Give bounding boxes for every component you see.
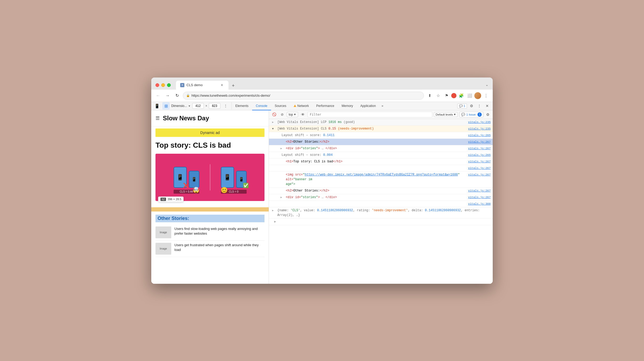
lcp-expand-arrow[interactable]: [272, 120, 274, 125]
cls-suffix: (needs-improvement): [336, 127, 374, 131]
back-button[interactable]: ←: [154, 92, 162, 99]
img-source[interactable]: vitals.js:267: [468, 172, 491, 177]
cls-log-line: [Web Vitals Extension] CLS 0.15 (needs-i…: [269, 126, 493, 132]
share-button[interactable]: ⬆: [426, 92, 433, 99]
lcp-source[interactable]: vitals.js:235: [468, 120, 491, 125]
tab-performance[interactable]: Performance: [313, 102, 338, 110]
cls-source[interactable]: vitals.js:235: [468, 126, 491, 131]
image-inner: 📱 ❌ 📱 CLS = 0.44 📱: [155, 154, 264, 201]
layout-shift-2-text: Layout shift – score:: [282, 153, 323, 157]
img-content: <img src="https://web-dev.imgix.net/imag…: [286, 172, 466, 187]
eye-button[interactable]: 👁: [300, 111, 306, 118]
other-stories-heading: Other Stories:: [155, 215, 264, 222]
tab-elements[interactable]: Elements: [232, 102, 252, 110]
layout-shift-1-source[interactable]: vitals.js:265: [468, 133, 491, 138]
layout-button[interactable]: ⬜: [466, 92, 473, 99]
more-button[interactable]: ⋮: [482, 92, 490, 99]
empty-source-line: vitals.js:267: [269, 165, 493, 172]
layout-shift-1-value: 0.1411: [323, 133, 334, 137]
img-alt-attr: alt=: [286, 178, 293, 181]
cls-expand-arrow[interactable]: [272, 127, 274, 131]
img-alt-val-2: age">: [286, 182, 295, 186]
h1-tag-close: </h1>: [333, 160, 342, 163]
div-stories-1-expand[interactable]: [281, 146, 282, 151]
filter-input[interactable]: [308, 112, 432, 117]
page-header: ☰ Slow News Day: [151, 110, 269, 126]
device-selector[interactable]: Dimensio... ▼: [171, 104, 191, 108]
record-button[interactable]: [451, 93, 456, 98]
tab-application[interactable]: Application: [357, 102, 380, 110]
check-mark-icon: ✅: [243, 183, 249, 188]
devtools-close-button[interactable]: ✕: [484, 102, 491, 109]
tab-network[interactable]: Network: [290, 102, 313, 110]
clear-console-button[interactable]: 🚫: [271, 111, 277, 118]
stop-errors-button[interactable]: ⊘: [279, 111, 285, 118]
device-options-button[interactable]: ⋮: [222, 102, 229, 110]
layout-shift-1-text: Layout shift – score:: [282, 133, 323, 137]
issues-count-button[interactable]: 💬 1 Issue: 1: [459, 112, 484, 117]
flag-button[interactable]: ⚑: [443, 92, 450, 99]
x-mark-icon: ❌: [183, 183, 189, 188]
tab-close-button[interactable]: ✕: [220, 83, 224, 87]
vitals-308-source[interactable]: vitals.js:308: [468, 202, 491, 206]
lcp-prefix: [Web Vitals Extension] LCP: [277, 120, 328, 124]
console-output[interactable]: [Web Vitals Extension] LCP 1816 ms (good…: [269, 119, 493, 284]
div-stories-2-expand[interactable]: [281, 195, 282, 200]
h2-2-text: Other Stories:: [293, 189, 320, 193]
story-image: 📱 ❌ 📱 CLS = 0.44 📱: [155, 154, 264, 201]
h2-other-stories-line: <h2>Other Stories:</h2> vitals.js:267: [269, 139, 493, 145]
close-button[interactable]: [155, 83, 159, 87]
responsive-mode-button[interactable]: ⊞: [162, 102, 170, 110]
context-selector[interactable]: top ▼: [287, 112, 298, 117]
more-tabs-button[interactable]: »: [380, 103, 386, 109]
width-input[interactable]: [192, 103, 204, 109]
new-tab-button[interactable]: +: [230, 82, 237, 90]
obj-rating-key: , rating:: [353, 209, 372, 212]
phone-group-bad: 📱 ❌ 📱 CLS = 0.44: [174, 167, 199, 188]
height-input[interactable]: [209, 103, 220, 109]
active-tab[interactable]: ✦ CLS demo ✕: [176, 81, 228, 90]
phone-2: 📱: [189, 171, 199, 188]
device-toggle-button[interactable]: 📱: [153, 102, 161, 110]
url-text: https://www.tunetheweb.com/experiments/c…: [191, 94, 270, 97]
emoji-row: 🤯 😊: [193, 187, 228, 194]
div-stories-2-line: <div id="stories"> … </div> vitals.js:26…: [269, 194, 493, 201]
hamburger-icon[interactable]: ☰: [155, 115, 160, 121]
obj-name-key: {name:: [277, 209, 290, 212]
h1-source[interactable]: vitals.js:267: [468, 159, 491, 164]
minimize-button[interactable]: [161, 83, 165, 87]
extensions-button[interactable]: 🧩: [458, 92, 465, 99]
empty-source[interactable]: vitals.js:267: [468, 166, 491, 171]
div-stories-1-source[interactable]: vitals.js:267: [468, 146, 491, 151]
layout-shift-1-line: Layout shift – score: 0.1411 vitals.js:2…: [269, 132, 493, 139]
div-ellipsis: …: [320, 147, 326, 150]
maximize-button[interactable]: [167, 83, 171, 87]
story-heading: Top story: CLS is bad: [151, 139, 269, 152]
h2-2-source[interactable]: vitals.js:267: [468, 188, 491, 193]
devtools-panel: 🚫 ⊘ top ▼ 👁 Default levels ▼ 💬 1 Issue: …: [269, 110, 493, 284]
h2-other-stories-source[interactable]: vitals.js:267: [468, 140, 491, 144]
address-bar[interactable]: 🔒 https://www.tunetheweb.com/experiments…: [183, 92, 424, 100]
issues-button[interactable]: 💬 1: [457, 104, 467, 109]
tab-memory[interactable]: Memory: [338, 102, 357, 110]
obj-expand-arrow[interactable]: [272, 208, 274, 213]
devtools-settings-button[interactable]: ⚙: [468, 102, 475, 109]
devtools-more-button[interactable]: ⋮: [476, 102, 483, 109]
bottom-expand-arrow[interactable]: [274, 219, 276, 224]
div-close: </div>: [325, 147, 337, 150]
img-url[interactable]: https://web-dev.imgix.net/image/admin/74…: [305, 173, 458, 177]
devtools-tabs-row: 📱 ⊞ Dimensio... ▼ × ⋮ Elements Console S…: [151, 102, 493, 110]
layout-shift-2-source[interactable]: vitals.js:265: [468, 153, 491, 157]
refresh-button[interactable]: ↻: [173, 92, 181, 99]
default-levels-button[interactable]: Default levels ▼: [434, 112, 458, 117]
div-stories-2-source[interactable]: vitals.js:267: [468, 195, 491, 200]
tabs-row: ✦ CLS demo ✕ +: [176, 81, 482, 90]
div-stories-1-line: <div id="stories"> … </div> vitals.js:26…: [269, 145, 493, 152]
avatar[interactable]: [474, 92, 481, 99]
console-settings-button[interactable]: ⚙: [485, 112, 491, 117]
chevron-down-icon[interactable]: ⌄: [485, 82, 489, 87]
forward-button[interactable]: →: [164, 92, 171, 99]
tab-console[interactable]: Console: [252, 102, 271, 110]
tab-sources[interactable]: Sources: [271, 102, 290, 110]
bookmark-button[interactable]: ☆: [434, 92, 442, 99]
